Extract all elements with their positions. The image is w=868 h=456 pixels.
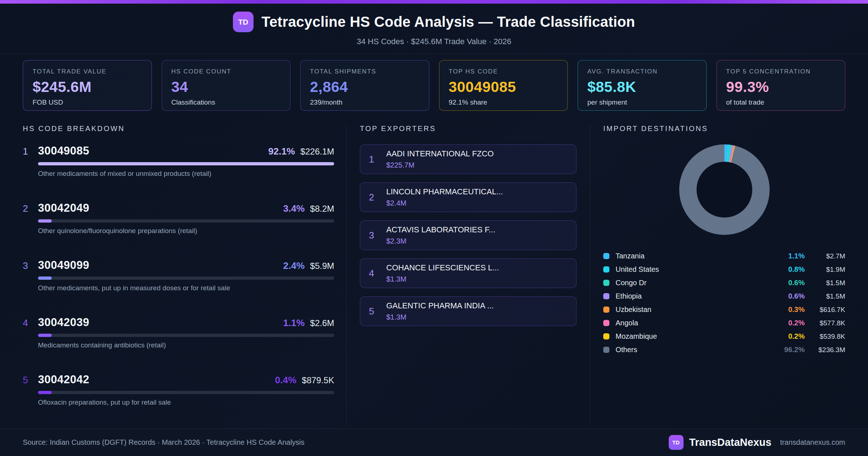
legend-values: 0.2%$577.8K bbox=[777, 319, 845, 327]
legend-label: Others bbox=[616, 346, 637, 354]
hs-code: 30042039 bbox=[38, 316, 89, 329]
hs-code-row: 13004908592.1%$226.1MOther medicaments o… bbox=[23, 144, 334, 178]
legend-item-united-states: United States0.8%$1.9M bbox=[603, 263, 845, 276]
stat-label: TOP HS CODE bbox=[449, 68, 558, 75]
share-percent: 3.4% bbox=[283, 203, 305, 214]
hs-code-row-header: 5300420420.4%$879.5K bbox=[23, 373, 334, 386]
legend-item-ethiopia: Ethiopia0.6%$1.5M bbox=[603, 290, 845, 303]
trade-value: $879.5K bbox=[302, 375, 334, 385]
legend-label: Mozambique bbox=[616, 332, 657, 341]
hs-code-description: Ofloxacin preparations, put up for retai… bbox=[38, 398, 334, 406]
hs-code-row-values: 1.1%$2.6M bbox=[283, 317, 334, 329]
legend-percent: 0.2% bbox=[777, 319, 805, 327]
legend-item-mozambique: Mozambique0.2%$539.8K bbox=[603, 330, 845, 343]
hs-code-description: Other quinolone/fluoroquinolone preparat… bbox=[38, 227, 334, 235]
exporters-section-title: TOP EXPORTERS bbox=[360, 124, 576, 133]
rank-number: 5 bbox=[23, 375, 38, 386]
legend-value: $1.5M bbox=[805, 292, 845, 300]
stat-label: TOTAL SHIPMENTS bbox=[310, 68, 420, 75]
page-subtitle: 34 HS Codes · $245.6M Trade Value · 2026 bbox=[0, 37, 868, 46]
legend-values: 0.6%$1.5M bbox=[777, 292, 845, 300]
hs-code-row: 5300420420.4%$879.5KOfloxacin preparatio… bbox=[23, 373, 334, 406]
share-bar-track bbox=[38, 391, 334, 394]
donut-chart-wrapper bbox=[603, 144, 845, 235]
legend-swatch bbox=[603, 293, 609, 299]
header: TD Tetracycline HS Code Analysis — Trade… bbox=[0, 4, 868, 54]
trade-value: $5.9M bbox=[310, 261, 334, 271]
share-percent: 92.1% bbox=[268, 146, 295, 157]
trade-dashboard: TD Tetracycline HS Code Analysis — Trade… bbox=[0, 0, 868, 456]
share-bar-track bbox=[38, 219, 334, 223]
legend-values: 96.2%$236.3M bbox=[777, 346, 845, 354]
exporter-value: $225.7M bbox=[386, 161, 494, 169]
legend-label: Angola bbox=[616, 319, 638, 327]
stat-sublabel: per shipment bbox=[587, 98, 697, 106]
exporter-card-body: GALENTIC PHARMA INDIA ...$1.3M bbox=[386, 301, 494, 321]
share-percent: 0.4% bbox=[275, 375, 296, 386]
share-bar-fill bbox=[38, 162, 334, 165]
share-bar-fill bbox=[38, 276, 52, 280]
source-note: Source: Indian Customs (DGFT) Records · … bbox=[23, 438, 305, 447]
stat-card-total-shipments: TOTAL SHIPMENTS2,864239/month bbox=[300, 60, 429, 111]
destinations-legend: Tanzania1.1%$2.7MUnited States0.8%$1.9MC… bbox=[603, 249, 845, 356]
exporter-value: $2.3M bbox=[386, 237, 495, 245]
exporter-card: 1AADI INTERNATIONAL FZCO$225.7M bbox=[360, 144, 576, 174]
stat-value: 2,864 bbox=[310, 79, 420, 96]
legend-label: Ethiopia bbox=[616, 292, 642, 300]
legend-item-angola: Angola0.2%$577.8K bbox=[603, 316, 845, 330]
legend-swatch bbox=[603, 333, 609, 339]
exporter-card-body: ACTAVIS LABORATORIES F...$2.3M bbox=[386, 225, 495, 245]
footer-brand-name: TransDataNexus bbox=[689, 436, 771, 448]
legend-value: $616.7K bbox=[805, 306, 845, 314]
rank-number: 4 bbox=[23, 317, 38, 329]
stat-card-avg-transaction: AVG. TRANSACTION$85.8Kper shipment bbox=[578, 60, 707, 111]
hs-code-row-header: 2300420493.4%$8.2M bbox=[23, 202, 334, 215]
legend-percent: 96.2% bbox=[777, 346, 805, 354]
hs-code-row-header: 13004908592.1%$226.1M bbox=[23, 144, 334, 157]
legend-percent: 0.3% bbox=[777, 305, 805, 314]
hs-code-description: Other medicaments, put up in measured do… bbox=[38, 284, 334, 292]
stat-card-hs-code-count: HS CODE COUNT34Classifications bbox=[162, 60, 291, 111]
exporter-name: ACTAVIS LABORATORIES F... bbox=[386, 225, 495, 235]
import-destinations-section: IMPORT DESTINATIONS Tanzania1.1%$2.7MUni… bbox=[590, 124, 845, 426]
rank-number: 3 bbox=[369, 230, 386, 241]
breakdown-section-title: HS CODE BREAKDOWN bbox=[23, 124, 334, 133]
hs-code: 30049085 bbox=[38, 144, 89, 157]
destinations-section-title: IMPORT DESTINATIONS bbox=[603, 124, 845, 133]
footer-brand: TD TransDataNexus transdatanexus.com bbox=[669, 435, 845, 450]
legend-item-congo-dr: Congo Dr0.6%$1.5M bbox=[603, 276, 845, 290]
legend-item-tanzania: Tanzania1.1%$2.7M bbox=[603, 249, 845, 263]
exporter-card: 2LINCOLN PHARMACEUTICAL...$2.4M bbox=[360, 182, 576, 212]
stat-sublabel: FOB USD bbox=[33, 98, 142, 106]
legend-item-uzbekistan: Uzbekistan0.3%$616.7K bbox=[603, 303, 845, 316]
legend-percent: 0.8% bbox=[777, 265, 805, 274]
stat-sublabel: 239/month bbox=[310, 98, 420, 106]
page-title: Tetracycline HS Code Analysis — Trade Cl… bbox=[261, 14, 635, 30]
footer-domain: transdatanexus.com bbox=[780, 438, 845, 447]
share-bar-track bbox=[38, 334, 334, 337]
hs-code-row-values: 2.4%$5.9M bbox=[283, 260, 334, 271]
hs-code: 30042049 bbox=[38, 202, 89, 215]
exporter-name: COHANCE LIFESCIENCES L... bbox=[386, 263, 499, 273]
legend-label: Congo Dr bbox=[616, 279, 647, 287]
legend-value: $236.3M bbox=[805, 346, 845, 354]
exporter-value: $1.3M bbox=[386, 313, 494, 321]
share-bar-fill bbox=[38, 219, 52, 223]
legend-percent: 0.6% bbox=[777, 292, 805, 300]
hs-code: 30049099 bbox=[38, 259, 89, 272]
exporter-card: 4COHANCE LIFESCIENCES L...$1.3M bbox=[360, 258, 576, 288]
stat-label: AVG. TRANSACTION bbox=[587, 68, 697, 75]
legend-values: 0.2%$539.8K bbox=[777, 332, 845, 341]
stat-label: TOTAL TRADE VALUE bbox=[33, 68, 142, 75]
legend-label: Uzbekistan bbox=[616, 305, 651, 314]
legend-percent: 0.6% bbox=[777, 279, 805, 287]
share-bar-fill bbox=[38, 334, 52, 337]
rank-number: 4 bbox=[369, 268, 386, 279]
exporter-value: $1.3M bbox=[386, 275, 499, 283]
stat-label: HS CODE COUNT bbox=[171, 68, 281, 75]
stat-card-top-5-concentration: TOP 5 CONCENTRATION99.3%of total trade bbox=[716, 60, 846, 111]
stat-value: 34 bbox=[171, 79, 281, 96]
legend-value: $2.7M bbox=[805, 252, 845, 260]
footer-brand-logo: TD bbox=[669, 435, 684, 450]
top-exporters-section: TOP EXPORTERS 1AADI INTERNATIONAL FZCO$2… bbox=[346, 124, 590, 426]
